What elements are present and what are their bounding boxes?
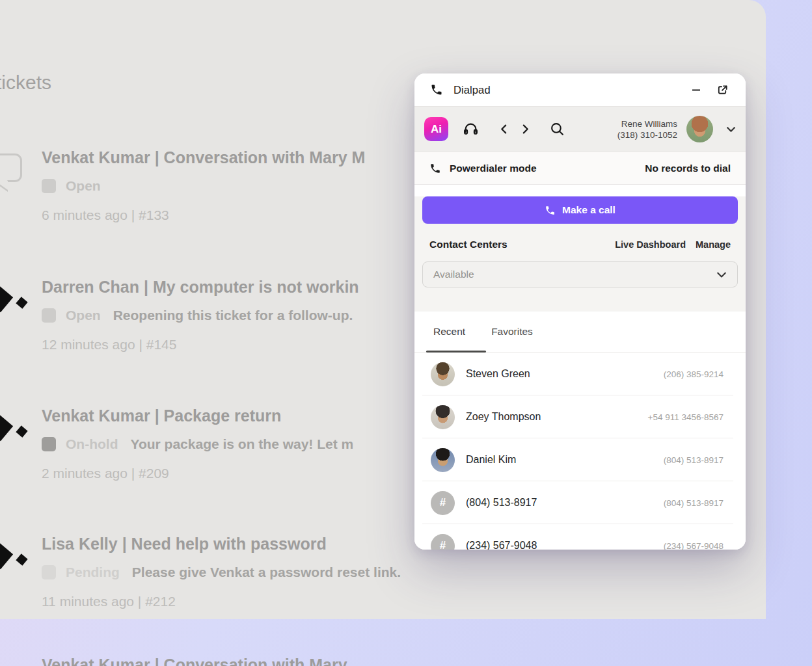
ticket-row[interactable]: Venkat Kumar | Package return On-hold Yo…: [42, 406, 353, 481]
ticket-row-partial[interactable]: Venkat Kumar | Conversation with Mary: [42, 656, 347, 666]
status-label: Open: [66, 178, 101, 194]
availability-select[interactable]: Available: [422, 261, 738, 287]
widget-titlebar: Dialpad: [414, 73, 746, 106]
status-icon: [42, 437, 56, 451]
chevron-down-icon[interactable]: [726, 124, 736, 134]
contact-number: (804) 513-8917: [664, 498, 724, 508]
phone-icon: [429, 163, 441, 174]
user-number: (318) 310-1052: [617, 129, 677, 140]
phone-icon: [545, 205, 556, 216]
status-label: Pending: [66, 565, 120, 580]
widget-toolbar: Ai Rene Williams (318) 310-1052: [414, 106, 746, 152]
page-title: tickets: [0, 72, 51, 94]
status-icon: [42, 565, 56, 579]
popout-icon[interactable]: [714, 82, 730, 98]
contact-row[interactable]: Daniel Kim (804) 513-8917: [414, 438, 746, 481]
ticket-meta: 6 minutes ago | #133: [42, 207, 365, 223]
live-dashboard-link[interactable]: Live Dashboard: [615, 239, 686, 250]
ticket-row[interactable]: Venkat Kumar | Conversation with Mary M …: [42, 148, 365, 223]
contact-number: (206) 385-9214: [664, 369, 724, 379]
contact-number: (234) 567-9048: [664, 541, 724, 550]
avatar: [431, 405, 455, 429]
tab-favorites[interactable]: Favorites: [491, 326, 533, 352]
contact-row[interactable]: # (234) 567-9048 (234) 567-9048: [414, 524, 746, 550]
contact-name: Daniel Kim: [466, 454, 516, 466]
ticket-title: Darren Chan | My computer is not workin: [42, 278, 359, 297]
back-icon[interactable]: [499, 124, 509, 134]
user-name: Rene Williams: [617, 118, 677, 129]
contact-name: (234) 567-9048: [466, 540, 537, 550]
dialpad-ai-logo[interactable]: Ai: [424, 117, 448, 141]
pen-mark-icon: [16, 425, 27, 437]
pen-mark-icon: [16, 297, 27, 308]
pen-mark-icon: [16, 553, 27, 565]
ticket-title: Venkat Kumar | Package return: [42, 406, 353, 425]
contacts-section: Recent Favorites Steven Green (206) 385-…: [414, 312, 746, 550]
ticket-preview: Please give Venkat a password reset link…: [132, 565, 401, 580]
hash-icon: #: [431, 491, 455, 515]
status-label: On-hold: [66, 436, 118, 452]
contact-centers-label: Contact Centers: [429, 239, 508, 250]
hash-icon: #: [431, 534, 455, 550]
ticket-meta: 11 minutes ago | #212: [42, 594, 401, 609]
headset-icon[interactable]: [462, 120, 480, 138]
powerdialer-status: No records to dial: [645, 163, 731, 174]
ticket-meta: 12 minutes ago | #145: [42, 337, 359, 353]
contact-number: (804) 513-8917: [664, 455, 724, 465]
pen-mark-icon: [0, 414, 13, 441]
pen-mark-icon: [0, 542, 13, 569]
make-call-button[interactable]: Make a call: [422, 196, 738, 224]
ticket-title: Venkat Kumar | Conversation with Mary M: [42, 148, 365, 167]
chevron-down-icon: [716, 269, 727, 280]
pen-mark-icon: [0, 285, 13, 312]
status-icon: [42, 179, 56, 193]
tab-recent[interactable]: Recent: [433, 326, 465, 352]
powerdialer-label: Powerdialer mode: [450, 163, 537, 174]
availability-value: Available: [433, 269, 474, 280]
current-user-info: Rene Williams (318) 310-1052: [617, 118, 677, 140]
contact-name: Zoey Thompson: [466, 411, 541, 423]
ticket-preview: Your package is on the way! Let m: [130, 436, 353, 452]
ticket-title: Lisa Kelly | Need help with password: [42, 535, 401, 553]
manage-link[interactable]: Manage: [696, 239, 731, 250]
contact-row[interactable]: Steven Green (206) 385-9214: [414, 353, 746, 395]
avatar: [431, 448, 455, 472]
avatar: [431, 362, 455, 386]
chat-bubble-icon: [0, 153, 22, 182]
ticket-row[interactable]: Darren Chan | My computer is not workin …: [42, 278, 359, 353]
contact-number: +54 911 3456-8567: [648, 412, 724, 422]
status-icon: [42, 308, 56, 323]
widget-title: Dialpad: [453, 84, 491, 96]
contact-name: (804) 513-8917: [466, 497, 537, 509]
powerdialer-bar[interactable]: Powerdialer mode No records to dial: [414, 152, 746, 185]
ticket-row[interactable]: Lisa Kelly | Need help with password Pen…: [42, 535, 401, 609]
forward-icon[interactable]: [521, 124, 530, 134]
phone-icon: [430, 83, 443, 96]
call-section: Make a call Contact Centers Live Dashboa…: [414, 196, 746, 312]
contact-row[interactable]: # (804) 513-8917 (804) 513-8917: [414, 481, 746, 524]
minimize-button[interactable]: [688, 82, 704, 98]
ticket-preview: Reopening this ticket for a follow-up.: [113, 308, 353, 323]
dialpad-widget: Dialpad Ai: [414, 73, 746, 550]
contacts-tabs: Recent Favorites: [414, 312, 746, 353]
status-label: Open: [66, 308, 101, 323]
ticket-title: Venkat Kumar | Conversation with Mary: [42, 656, 347, 666]
search-icon[interactable]: [550, 122, 565, 137]
ticket-meta: 2 minutes ago | #209: [42, 466, 353, 481]
contact-name: Steven Green: [466, 368, 530, 380]
contact-row[interactable]: Zoey Thompson +54 911 3456-8567: [414, 395, 746, 438]
make-call-label: Make a call: [562, 204, 616, 216]
user-avatar[interactable]: [686, 116, 713, 142]
